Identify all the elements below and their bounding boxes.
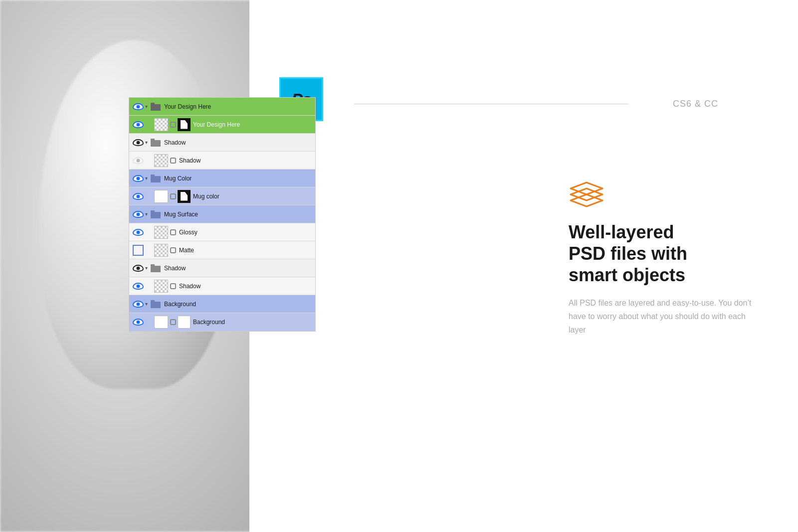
layer-name: Your Design Here — [193, 121, 313, 128]
layer-row[interactable]: Your Design Here — [129, 116, 315, 134]
folder-icon — [151, 300, 161, 308]
link-icon — [170, 319, 176, 325]
layer-name: Background — [164, 301, 313, 308]
visibility-toggle[interactable] — [131, 207, 145, 221]
svg-rect-1 — [151, 103, 155, 105]
layer-thumbnail — [154, 226, 168, 239]
mask-thumbnail — [178, 190, 191, 203]
layer-name: Mug color — [193, 193, 313, 200]
layer-row[interactable]: Matte — [129, 241, 315, 259]
layer-row[interactable]: ▾ Shadow — [129, 134, 315, 152]
layer-thumbnail — [154, 118, 168, 131]
version-divider-line — [354, 104, 628, 104]
folder-icon — [151, 139, 161, 147]
layer-thumbnail — [154, 280, 168, 293]
visibility-toggle[interactable] — [131, 172, 145, 185]
svg-rect-7 — [151, 210, 155, 213]
layer-thumbnail — [154, 316, 168, 329]
layer-name: Glossy — [179, 229, 313, 236]
link-icon — [170, 158, 176, 164]
layer-row[interactable]: ▾ Shadow — [129, 259, 315, 277]
visibility-toggle[interactable] — [131, 261, 145, 275]
layer-thumbnail — [154, 244, 168, 257]
layer-name: Shadow — [164, 265, 313, 272]
layer-thumbnail — [154, 190, 168, 203]
layer-row[interactable]: ▾ Background — [129, 295, 315, 313]
expand-chevron[interactable]: ▾ — [145, 211, 148, 217]
expand-chevron[interactable]: ▾ — [145, 265, 148, 271]
visibility-toggle[interactable] — [131, 279, 145, 293]
expand-chevron[interactable]: ▾ — [145, 140, 148, 145]
layer-name: Mug Surface — [164, 211, 313, 218]
layers-stack-icon — [569, 179, 758, 211]
layer-row[interactable]: ▾ Mug Surface — [129, 205, 315, 223]
svg-rect-3 — [151, 139, 155, 141]
mask-thumbnail — [178, 118, 191, 131]
link-icon — [170, 193, 176, 199]
layer-row[interactable]: ▾ Your Design Here — [129, 98, 315, 116]
layer-name: Matte — [179, 247, 313, 254]
folder-icon — [151, 175, 161, 182]
info-title: Well-layered PSD files with smart object… — [569, 221, 758, 286]
visibility-toggle[interactable] — [131, 136, 145, 150]
layers-panel: ▾ Your Design Here Your Design Here ▾ Sh… — [129, 97, 316, 332]
layer-row[interactable]: ▾ Mug Color — [129, 170, 315, 187]
expand-chevron[interactable]: ▾ — [145, 104, 148, 109]
info-section: Well-layered PSD files with smart object… — [569, 179, 758, 337]
layer-thumbnail — [154, 154, 168, 167]
visibility-toggle[interactable] — [131, 154, 145, 168]
visibility-toggle[interactable] — [131, 189, 145, 203]
layer-name: Shadow — [179, 157, 313, 164]
expand-chevron[interactable]: ▾ — [145, 301, 148, 307]
svg-rect-11 — [151, 300, 155, 303]
layer-name: Mug Color — [164, 175, 313, 182]
link-icon — [170, 229, 176, 235]
visibility-toggle[interactable] — [131, 118, 145, 132]
visibility-toggle[interactable] — [131, 315, 145, 329]
layer-name: Background — [193, 319, 313, 326]
visibility-toggle[interactable] — [131, 225, 145, 239]
layer-row[interactable]: Glossy — [129, 223, 315, 241]
link-icon — [170, 247, 176, 253]
expand-chevron[interactable]: ▾ — [145, 176, 148, 181]
link-icon — [170, 283, 176, 289]
info-description: All PSD files are layered and easy-to-us… — [569, 296, 758, 337]
layer-name: Shadow — [179, 283, 313, 290]
folder-icon — [151, 103, 161, 111]
link-icon — [170, 122, 176, 128]
mask-thumbnail — [178, 316, 191, 329]
layer-row[interactable]: Shadow — [129, 277, 315, 295]
visibility-toggle[interactable] — [131, 297, 145, 311]
layer-row[interactable]: Mug color — [129, 187, 315, 205]
visibility-toggle[interactable] — [131, 100, 145, 114]
layer-row[interactable]: Background — [129, 313, 315, 331]
folder-icon — [151, 210, 161, 218]
visibility-toggle[interactable] — [131, 243, 145, 257]
layer-name: Your Design Here — [164, 103, 313, 110]
svg-rect-9 — [151, 264, 155, 267]
version-label: CS6 & CC — [673, 99, 718, 109]
layer-row[interactable]: Shadow — [129, 152, 315, 170]
svg-rect-5 — [151, 175, 155, 177]
layer-name: Shadow — [164, 139, 313, 146]
folder-icon — [151, 264, 161, 272]
